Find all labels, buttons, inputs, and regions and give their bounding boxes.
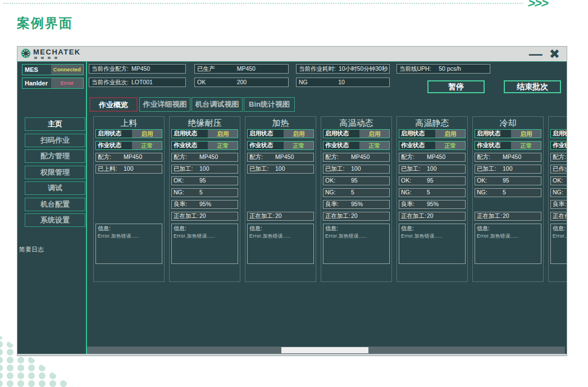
field-value: 95 [199, 177, 206, 184]
card-row-empty [95, 200, 162, 209]
info-box: 信息:Error.加热错误..... [247, 224, 314, 264]
field-row: OK:95 [171, 176, 238, 185]
sidebar-item-5[interactable]: 机台配置 [25, 198, 85, 211]
field-label: 正在加工: [174, 212, 199, 219]
field-row: 配方:MP450 [399, 153, 466, 162]
status-value: 正常 [284, 142, 313, 149]
field-row: 已加工:100 [247, 165, 314, 174]
minimize-icon[interactable]: — [529, 48, 543, 60]
card-row: 启用状态启用 [171, 129, 238, 138]
sidebar-item-2[interactable]: 配方管理 [25, 149, 85, 163]
status-row: 作业状态正常 [399, 141, 466, 150]
end-batch-button[interactable]: 结束批次 [504, 80, 561, 93]
card-row: 作业状态 [550, 141, 567, 150]
field-label: 配方: [174, 153, 187, 160]
field-label: OK: [174, 177, 184, 184]
field-row: 已上料:100 [95, 165, 162, 174]
card-row: 启用状态启用 [399, 129, 466, 138]
card-title: 冷却 [473, 117, 543, 129]
log-label: 简要日志 [19, 245, 44, 254]
field-row: NG:5 [171, 188, 238, 197]
card-row: 正在加工:20 [171, 212, 238, 221]
field-label: NG: [325, 189, 336, 195]
info-label: 信息: [477, 225, 539, 233]
status-value: 正常 [359, 142, 389, 149]
card-row: 作业状态正常 [247, 141, 314, 150]
card-row: OK:95 [475, 176, 541, 185]
field-row: 正在加工:20 [171, 212, 238, 221]
field-label: OK: [553, 177, 563, 184]
sidebar-item-3[interactable]: 权限管理 [25, 166, 85, 179]
field-value: 95 [351, 177, 358, 184]
sidebar-item-6[interactable]: 系统设置 [25, 213, 85, 227]
info-field-value: LOT001 [131, 79, 153, 85]
field-label: 正在加工: [401, 212, 426, 219]
status-row: 作业状态正常 [171, 141, 238, 150]
field-value: 100 [427, 165, 437, 172]
status-label: 启用状态 [399, 130, 435, 138]
card-row: 启用状态启用 [95, 129, 162, 138]
logo-subtext [34, 57, 61, 59]
field-value: 95 [503, 177, 509, 184]
sidebar-item-0[interactable]: 主页 [25, 117, 85, 131]
pause-button[interactable]: 暂停 [427, 80, 485, 93]
tab-3[interactable]: Bin统计视图 [244, 97, 295, 112]
card-row: 配方: [550, 153, 567, 162]
info-field-3: 当前线UPH:50 pcs/h [396, 64, 490, 74]
connection-label: Hanlder [22, 78, 51, 88]
field-label: 已上料: [98, 165, 117, 172]
card-row: NG: [550, 188, 567, 197]
info-label: 信息: [98, 225, 160, 233]
horizontal-scrollbar[interactable] [87, 347, 565, 354]
card-row: NG:5 [323, 188, 390, 197]
tab-0[interactable]: 作业概览 [89, 97, 138, 112]
status-label: 作业状态 [323, 142, 359, 149]
info-field-label: OK [197, 79, 206, 85]
status-value: 正常 [132, 142, 162, 149]
scrollbar-thumb[interactable] [281, 347, 368, 353]
sidebar-item-4[interactable]: 调试 [25, 181, 85, 195]
card-row: 已作业: [550, 165, 567, 174]
info-label: 信息: [553, 225, 567, 233]
field-value: 95 [427, 177, 434, 184]
connection-status-mes: MESConnected [22, 64, 84, 75]
field-value: 100 [275, 165, 285, 172]
sidebar-item-1[interactable]: 扫码作业 [25, 134, 85, 147]
field-row: 配方:MP450 [247, 153, 314, 162]
field-label: 正在加工: [249, 212, 275, 219]
tab-1[interactable]: 作业详细视图 [139, 97, 190, 112]
card-row: 良率: [550, 200, 567, 209]
info-text: Error.加热错误..... [249, 233, 312, 240]
info-field-6: NG10 [296, 78, 390, 87]
close-icon[interactable]: ✖ [549, 47, 560, 61]
field-value: MP450 [199, 153, 218, 161]
field-value: 5 [503, 189, 506, 196]
info-field-value: 10小时50分钟30秒 [339, 65, 388, 72]
card-row: 配方:MP450 [95, 153, 162, 162]
info-field-value: MP450 [131, 65, 150, 72]
status-label: 作业状态 [399, 142, 435, 149]
station-card-6: 启用状态作业状态配方:已作业:OK:NG:良率:正在作业:信息:Error.加热… [548, 116, 567, 282]
top-dotted-line [3, 3, 523, 4]
logo-text: MECHATEK [33, 48, 81, 56]
card-row: 启用状态启用 [323, 129, 390, 138]
info-field-4: 当前作业批次:LOT001 [89, 78, 186, 87]
field-row: 配方:MP450 [475, 153, 541, 162]
card-row: 良率:95% [171, 200, 238, 209]
field-value: 20 [351, 212, 358, 220]
page: >>> 案例界面 MECHATEK — ✖ MESC [0, 0, 588, 387]
card-row-empty [247, 176, 314, 185]
field-row: 配方:MP450 [171, 153, 238, 162]
tab-2[interactable]: 机台调试视图 [192, 97, 243, 112]
field-row: 已加工:100 [475, 165, 541, 174]
field-row: OK:95 [323, 176, 390, 185]
field-value: 5 [427, 189, 430, 196]
status-row: 启用状态启用 [95, 129, 162, 138]
field-label: 良率: [401, 201, 414, 207]
info-text: Error.加热错误..... [98, 233, 160, 240]
info-field-value: 10 [338, 78, 345, 86]
field-row: 良率:95% [171, 200, 238, 209]
card-row: 正在加工:20 [323, 212, 390, 221]
field-row: 已作业: [550, 165, 567, 174]
field-label: 良率: [553, 201, 566, 207]
